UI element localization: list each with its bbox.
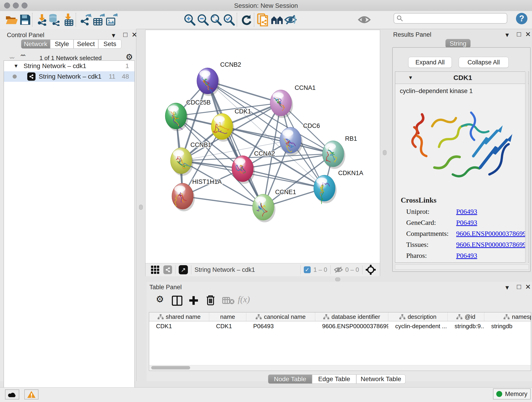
tab-network-table[interactable]: Network Table bbox=[356, 375, 405, 384]
node-CDC6[interactable]: CDC6 bbox=[280, 122, 320, 155]
table-row[interactable]: CDK1CDK1P064939606.ENSP00000378699cyclin… bbox=[149, 321, 531, 331]
column-header-description[interactable]: description bbox=[388, 313, 448, 321]
function-builder-icon[interactable]: f(x) bbox=[238, 294, 250, 304]
table-cell[interactable]: cyclin-dependent ... bbox=[388, 323, 448, 330]
zoom-out-icon[interactable] bbox=[196, 13, 209, 26]
table-cell[interactable]: P06493 bbox=[246, 323, 315, 330]
collapse-all-networks-icon[interactable]: ⌄⌄ bbox=[8, 53, 16, 60]
crosslink-link[interactable]: 9606.ENSP00000378699 bbox=[456, 230, 526, 237]
tab-style[interactable]: Style bbox=[50, 39, 74, 49]
control-panel-close-icon[interactable]: ✕ bbox=[132, 31, 137, 39]
tab-network[interactable]: Network bbox=[21, 39, 50, 49]
string-enrichment-icon[interactable] bbox=[257, 13, 269, 26]
global-search-input[interactable] bbox=[403, 15, 505, 22]
right-splitter-handle[interactable] bbox=[383, 150, 386, 155]
network-row-selected[interactable]: String Network – cdk1 11 48 bbox=[4, 71, 134, 82]
memory-button[interactable]: Memory bbox=[493, 389, 531, 400]
control-panel-menu-icon[interactable]: ▾ bbox=[112, 31, 115, 39]
tab-string[interactable]: String bbox=[445, 39, 471, 48]
node-CDC25B[interactable]: CDC25B bbox=[165, 99, 211, 131]
column-header-name[interactable]: name bbox=[209, 313, 246, 321]
birds-eye-view-icon[interactable] bbox=[366, 265, 376, 275]
left-splitter-handle[interactable] bbox=[139, 205, 143, 210]
tab-node-table[interactable]: Node Table bbox=[268, 375, 312, 384]
network-collection-row[interactable]: ▼ String Network – cdk1 1 bbox=[4, 61, 134, 71]
edge-CCNB2-CCNE1[interactable] bbox=[208, 81, 263, 207]
column-header--id[interactable]: @id bbox=[448, 313, 484, 321]
export-table-icon[interactable] bbox=[92, 13, 105, 26]
crosslink-link[interactable]: P06493 bbox=[456, 208, 477, 216]
expand-all-button[interactable]: Expand All bbox=[408, 57, 452, 68]
help-icon[interactable]: ? bbox=[516, 13, 527, 24]
export-network-icon[interactable] bbox=[79, 13, 92, 26]
column-header-namespace[interactable]: namespace bbox=[484, 313, 531, 321]
column-header-database-identifier[interactable]: database identifier bbox=[315, 313, 388, 321]
table-panel-float-icon[interactable]: □ bbox=[517, 283, 521, 291]
tab-edge-table[interactable]: Edge Table bbox=[312, 375, 356, 384]
tab-select[interactable]: Select bbox=[74, 39, 98, 49]
zoom-in-icon[interactable] bbox=[183, 13, 196, 26]
table-cell[interactable]: stringdb bbox=[484, 323, 531, 330]
crosslink-link[interactable]: P06493 bbox=[456, 252, 477, 259]
table-cell[interactable]: stringdb:9... bbox=[448, 323, 484, 330]
table-options-gear-icon[interactable]: ⚙ bbox=[156, 294, 164, 304]
import-network-icon[interactable] bbox=[35, 13, 48, 26]
export-image-icon[interactable] bbox=[105, 13, 118, 26]
expand-all-networks-icon[interactable]: ⌃⌃ bbox=[19, 53, 27, 61]
node-CCNA1[interactable]: CCNA1 bbox=[270, 84, 316, 118]
delete-table-icon[interactable] bbox=[222, 297, 234, 305]
show-columns-icon[interactable] bbox=[172, 296, 182, 306]
create-column-icon[interactable] bbox=[188, 295, 199, 306]
collection-expander-icon[interactable]: ▼ bbox=[13, 63, 19, 69]
table-hscroll-thumb[interactable] bbox=[151, 366, 190, 370]
crosslink-link[interactable]: 9606.ENSP00000378699 bbox=[456, 241, 526, 249]
eye-icon[interactable] bbox=[358, 13, 371, 26]
node-RB1[interactable]: RB1 bbox=[322, 135, 357, 169]
tab-sets[interactable]: Sets bbox=[98, 39, 121, 49]
network-type-icon[interactable] bbox=[163, 265, 172, 274]
delete-column-icon[interactable] bbox=[206, 295, 215, 306]
show-hide-results-icon[interactable] bbox=[284, 13, 297, 26]
table-cell[interactable]: CDK1 bbox=[209, 323, 246, 330]
save-session-icon[interactable] bbox=[19, 13, 32, 26]
node-CCNB2[interactable]: CCNB2 bbox=[197, 61, 241, 96]
crosslink-link[interactable]: P06493 bbox=[456, 219, 477, 226]
grid-view-icon[interactable] bbox=[151, 266, 159, 274]
results-vertical-scrollbar[interactable] bbox=[525, 71, 528, 263]
table-panel-menu-icon[interactable]: ▾ bbox=[505, 283, 509, 291]
import-network-database-icon[interactable] bbox=[48, 13, 60, 26]
gene-card-expander-icon[interactable]: ▼ bbox=[408, 75, 413, 81]
import-table-icon[interactable] bbox=[62, 13, 75, 26]
collapse-all-button[interactable]: Collapse All bbox=[459, 57, 509, 68]
control-panel-float-icon[interactable]: □ bbox=[123, 31, 127, 38]
selected-counts: 1 – 0 bbox=[313, 266, 327, 274]
results-panel-menu-icon[interactable]: ▾ bbox=[505, 31, 509, 39]
node-HIST1H1A[interactable]: HIST1H1A bbox=[172, 178, 222, 211]
zoom-selected-icon[interactable] bbox=[223, 13, 235, 26]
results-horizontal-scrollbar[interactable] bbox=[395, 264, 529, 269]
detach-view-icon[interactable]: ↗ bbox=[179, 265, 188, 274]
hidden-eye-slash-icon[interactable] bbox=[334, 266, 343, 274]
cloud-status-button[interactable] bbox=[5, 389, 19, 400]
node-CCNE1[interactable]: CCNE1 bbox=[253, 189, 296, 222]
refresh-icon[interactable] bbox=[240, 13, 253, 26]
horizontal-splitter-handle[interactable] bbox=[335, 278, 340, 281]
node-CCNB1[interactable]: CCNB1 bbox=[171, 141, 211, 176]
home-networks-icon[interactable] bbox=[270, 13, 283, 26]
table-cell[interactable]: 9606.ENSP00000378699 bbox=[315, 323, 388, 330]
table-cell[interactable]: CDK1 bbox=[149, 323, 209, 330]
selected-nodes-checkbox[interactable]: ✓ bbox=[304, 266, 311, 273]
network-canvas[interactable]: CCNB2CCNA1CDC25BCDK1CDC6RB1CCNB1CCNA2CDK… bbox=[146, 30, 380, 263]
open-session-icon[interactable] bbox=[5, 13, 18, 26]
results-panel-float-icon[interactable]: □ bbox=[517, 30, 521, 38]
warning-status-button[interactable] bbox=[24, 389, 38, 400]
column-header-canonical-name[interactable]: canonical name bbox=[246, 313, 315, 321]
table-header-row[interactable]: shared namenamecanonical namedatabase id… bbox=[149, 313, 531, 321]
results-panel-close-icon[interactable]: ✕ bbox=[525, 30, 531, 38]
zoom-fit-icon[interactable] bbox=[210, 13, 222, 26]
gene-card-header[interactable]: ▼ CDK1 bbox=[395, 72, 529, 84]
column-header-shared-name[interactable]: shared name bbox=[149, 313, 209, 321]
table-horizontal-scrollbar[interactable] bbox=[149, 365, 531, 370]
table-panel-close-icon[interactable]: ✕ bbox=[525, 283, 531, 291]
node-CDKN1A[interactable]: CDKN1A bbox=[314, 170, 363, 204]
